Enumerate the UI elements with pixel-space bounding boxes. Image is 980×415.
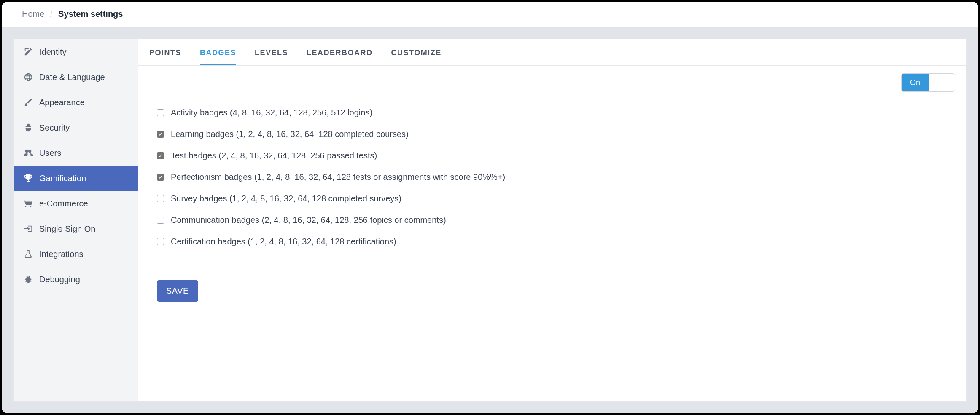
- tab-badges[interactable]: BADGES: [200, 39, 236, 65]
- badge-option-label[interactable]: Activity badges (4, 8, 16, 32, 64, 128, …: [171, 108, 372, 118]
- sidebar-item-gamification[interactable]: Gamification: [14, 166, 138, 191]
- sidebar-item-e-commerce[interactable]: e-Commerce: [14, 191, 138, 216]
- badge-option-row: Activity badges (4, 8, 16, 32, 64, 128, …: [157, 102, 948, 123]
- toggle-on-label: On: [902, 74, 929, 91]
- sidebar-item-debugging[interactable]: Debugging: [14, 267, 138, 292]
- flask-icon: [23, 249, 33, 259]
- badge-option-label[interactable]: Test badges (2, 4, 8, 16, 32, 64, 128, 2…: [171, 151, 377, 161]
- badge-checkbox[interactable]: [157, 109, 164, 116]
- bug-icon: [23, 274, 33, 284]
- badge-checkbox[interactable]: [157, 174, 164, 181]
- breadcrumb: Home / System settings: [2, 2, 978, 27]
- tab-leaderboard[interactable]: LEADERBOARD: [307, 39, 373, 65]
- badge-options: Activity badges (4, 8, 16, 32, 64, 128, …: [138, 96, 966, 265]
- badges-toggle[interactable]: On: [901, 73, 955, 92]
- signin-icon: [23, 224, 33, 234]
- toggle-off-space: [929, 74, 955, 91]
- badge-option-row: Learning badges (1, 2, 4, 8, 16, 32, 64,…: [157, 123, 948, 145]
- breadcrumb-current: System settings: [58, 9, 123, 19]
- sidebar-item-label: Identity: [39, 47, 66, 57]
- sidebar-item-security[interactable]: Security: [14, 115, 138, 140]
- badge-option-label[interactable]: Survey badges (1, 2, 4, 8, 16, 32, 64, 1…: [171, 194, 401, 203]
- trophy-icon: [23, 173, 33, 183]
- sidebar-item-label: Gamification: [39, 174, 86, 183]
- users-icon: [23, 148, 33, 158]
- sidebar-item-label: Single Sign On: [39, 224, 95, 234]
- sidebar-item-label: Debugging: [39, 275, 80, 284]
- sidebar: IdentityDate & LanguageAppearanceSecurit…: [13, 39, 138, 402]
- badge-option-label[interactable]: Certification badges (1, 2, 4, 8, 16, 32…: [171, 237, 396, 246]
- sidebar-item-identity[interactable]: Identity: [14, 39, 138, 64]
- body-area: IdentityDate & LanguageAppearanceSecurit…: [2, 27, 978, 413]
- breadcrumb-separator: /: [50, 9, 53, 19]
- badge-checkbox[interactable]: [157, 195, 164, 202]
- badge-option-row: Test badges (2, 4, 8, 16, 32, 64, 128, 2…: [157, 145, 948, 166]
- sidebar-item-label: Appearance: [39, 98, 85, 107]
- badge-option-label[interactable]: Learning badges (1, 2, 4, 8, 16, 32, 64,…: [171, 129, 409, 139]
- sidebar-item-label: e-Commerce: [39, 199, 88, 209]
- badge-option-label[interactable]: Perfectionism badges (1, 2, 4, 8, 16, 32…: [171, 172, 505, 182]
- sidebar-item-label: Users: [39, 148, 61, 158]
- edit-square-icon: [23, 47, 33, 57]
- tab-levels[interactable]: LEVELS: [255, 39, 288, 65]
- sidebar-item-single-sign-on[interactable]: Single Sign On: [14, 216, 138, 241]
- badge-option-row: Perfectionism badges (1, 2, 4, 8, 16, 32…: [157, 166, 948, 188]
- window: Home / System settings IdentityDate & La…: [2, 2, 978, 413]
- sidebar-item-label: Date & Language: [39, 72, 105, 82]
- badge-checkbox[interactable]: [157, 131, 164, 138]
- sidebar-item-date-language[interactable]: Date & Language: [14, 64, 138, 90]
- badge-option-label[interactable]: Communication badges (2, 4, 8, 16, 32, 6…: [171, 215, 446, 225]
- sidebar-item-label: Security: [39, 123, 70, 133]
- save-button[interactable]: SAVE: [157, 280, 198, 302]
- tab-points[interactable]: POINTS: [149, 39, 181, 65]
- sidebar-item-appearance[interactable]: Appearance: [14, 90, 138, 115]
- globe-icon: [23, 72, 33, 82]
- basket-icon: [23, 198, 33, 209]
- badge-option-row: Survey badges (1, 2, 4, 8, 16, 32, 64, 1…: [157, 188, 948, 209]
- brush-icon: [23, 97, 33, 107]
- badge-checkbox[interactable]: [157, 238, 164, 245]
- toggle-row: On: [138, 66, 966, 96]
- badge-checkbox[interactable]: [157, 217, 164, 224]
- badge-option-row: Certification badges (1, 2, 4, 8, 16, 32…: [157, 231, 948, 252]
- sidebar-item-integrations[interactable]: Integrations: [14, 241, 138, 267]
- breadcrumb-home-link[interactable]: Home: [22, 9, 44, 19]
- badge-option-row: Communication badges (2, 4, 8, 16, 32, 6…: [157, 209, 948, 231]
- tab-customize[interactable]: CUSTOMIZE: [391, 39, 442, 65]
- sidebar-item-label: Integrations: [39, 249, 83, 259]
- badge-checkbox[interactable]: [157, 152, 164, 159]
- agent-icon: [23, 123, 33, 133]
- sidebar-item-users[interactable]: Users: [14, 140, 138, 166]
- main-panel: POINTSBADGESLEVELSLEADERBOARDCUSTOMIZE O…: [138, 39, 967, 402]
- tabs: POINTSBADGESLEVELSLEADERBOARDCUSTOMIZE: [138, 39, 966, 66]
